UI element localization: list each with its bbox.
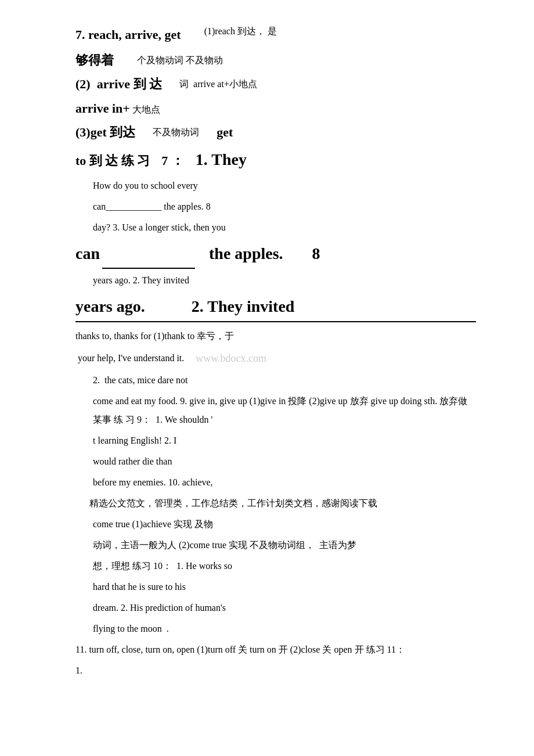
section7-get-to: to 到 达 练 习 [75,149,150,172]
section7-num8: 8 [295,239,320,268]
section7-arrive-in: arrive in+ 大地点 [75,97,476,120]
section7-ex1-line3: day? 3. Use a longer stick, then you [75,218,476,237]
thanks-row7: before my enemies. 10. achieve, [75,473,476,492]
achieve-row5: dream. 2. His prediction of human's [75,599,476,617]
achieve-row6: flying to the moon . [75,620,476,638]
section7-ex1-line2: can____________ the apples. 8 [75,197,476,216]
achieve-row2: 动词，主语一般为人 (2)come true 实现 不及物动词组， 主语为梦 [75,536,476,555]
section7-can-row: can the apples. 8 [75,239,476,268]
section7-they-invited: 2. They invited [157,292,295,321]
section7-heading: 7. reach, arrive, get [75,23,181,46]
section7-arrive-desc: 词 arrive at+小地点 [179,73,257,96]
achieve-row4: hard that he is sure to his [75,578,476,596]
thanks-row6: would rather die than [75,452,476,471]
section7-header-row: 7. reach, arrive, get (1)reach 到达， 是 [75,23,476,46]
thanks-row3: 2. the cats, mice dare not [75,371,476,390]
section7-arrive-row: (2) arrive 到 达 词 arrive at+小地点 [75,73,476,96]
thanks-your-help: your help, I've understand it. [75,349,184,368]
section7-arrive-label: (2) arrive 到 达 [75,73,162,96]
watermark: www.bdocx.com [196,348,266,369]
section7-ex1-line1: How do you to school every [75,177,476,195]
section7-apples-text: the apples. [209,239,283,268]
section7-text-jiwu: 个及物动词 不及物动 [137,49,223,72]
section7-row2: 够得着 个及物动词 不及物动 [75,49,476,72]
section7-arrive-in-text: arrive in+ [75,101,130,116]
section7-reach-desc: (1)reach 到达， 是 [204,23,277,40]
achieve-row3: 想，理想 练习 10： 1. He works so [75,557,476,575]
thanks-row2-watermark: your help, I've understand it. www.bdocx… [75,348,476,369]
section7-years-text: years ago. [75,292,145,321]
section11-row1: 11. turn off, close, turn on, open (1)tu… [75,640,476,659]
section7-get-row: (3)get 到达 不及物动词 get [75,121,476,144]
section7-get-label: (3)get 到达 [75,121,135,144]
promo-line: 精选公文范文，管理类，工作总结类，工作计划类文档，感谢阅读下载 [75,494,476,513]
thanks-row5: t learning English! 2. I [75,431,476,450]
section7-practice-row: to 到 达 练 习 7 ： 1. They [75,145,476,174]
section7-can-text: can [75,239,197,268]
section7-years-row: years ago. 2. They invited [75,292,476,322]
thanks-row1: thanks to, thanks for (1)thank to 幸亏，于 [75,327,476,345]
thanks-row4: come and eat my food. 9. give in, give u… [75,392,476,429]
section7-get-get: get [217,121,233,144]
section7-arrive-in-desc: 大地点 [132,105,160,114]
section7-practice-num: 7 ： [161,149,184,172]
section7-get-desc: 不及物动词 [153,121,199,144]
achieve-row1: come true (1)achieve 实现 及物 [75,515,476,534]
section11-row2: 1. [75,661,476,680]
section7-text-goude: 够得着 [75,49,114,72]
section7-ex1-line5: years ago. 2. They invited [75,271,476,290]
page-content: 7. reach, arrive, get (1)reach 到达， 是 够得着… [75,23,476,680]
section7-q1-they: 1. They [196,145,247,174]
